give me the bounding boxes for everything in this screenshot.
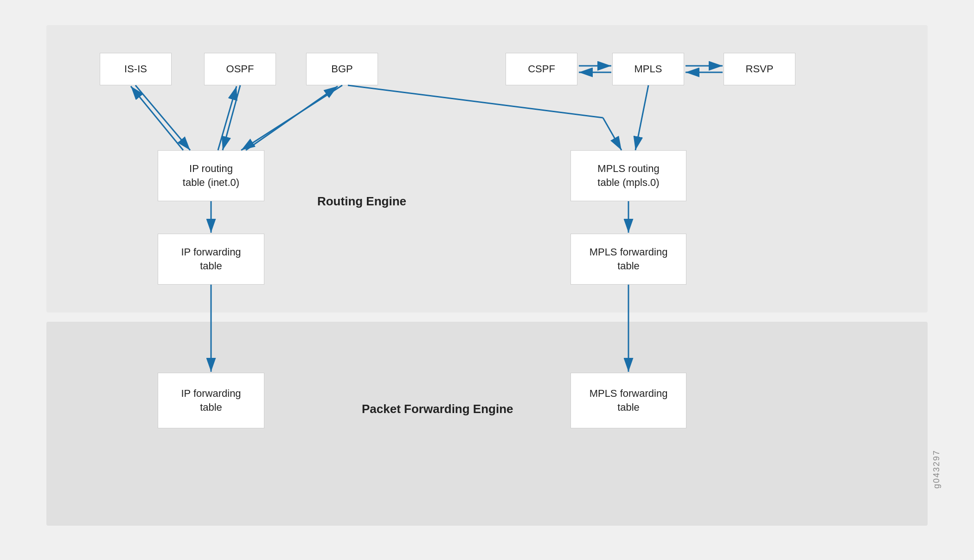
bgp-box: BGP bbox=[306, 53, 378, 85]
routing-engine-label: Routing Engine bbox=[317, 194, 406, 209]
mpls-forwarding-table-pfe-box: MPLS forwarding table bbox=[570, 373, 686, 428]
ip-forwarding-table-re-box: IP forwarding table bbox=[158, 234, 264, 285]
mpls-forwarding-table-re-box: MPLS forwarding table bbox=[570, 234, 686, 285]
mpls-routing-table-box: MPLS routing table (mpls.0) bbox=[570, 150, 686, 201]
isis-box: IS-IS bbox=[100, 53, 172, 85]
cspf-box: CSPF bbox=[506, 53, 577, 85]
diagram-container: Routing Engine Packet Forwarding Engine … bbox=[46, 25, 928, 535]
ip-forwarding-table-pfe-box: IP forwarding table bbox=[158, 373, 264, 428]
packet-forwarding-label: Packet Forwarding Engine bbox=[362, 401, 513, 417]
mpls-box: MPLS bbox=[612, 53, 684, 85]
rsvp-box: RSVP bbox=[724, 53, 795, 85]
ospf-box: OSPF bbox=[204, 53, 276, 85]
watermark: g043297 bbox=[932, 450, 942, 489]
ip-routing-table-box: IP routing table (inet.0) bbox=[158, 150, 264, 201]
